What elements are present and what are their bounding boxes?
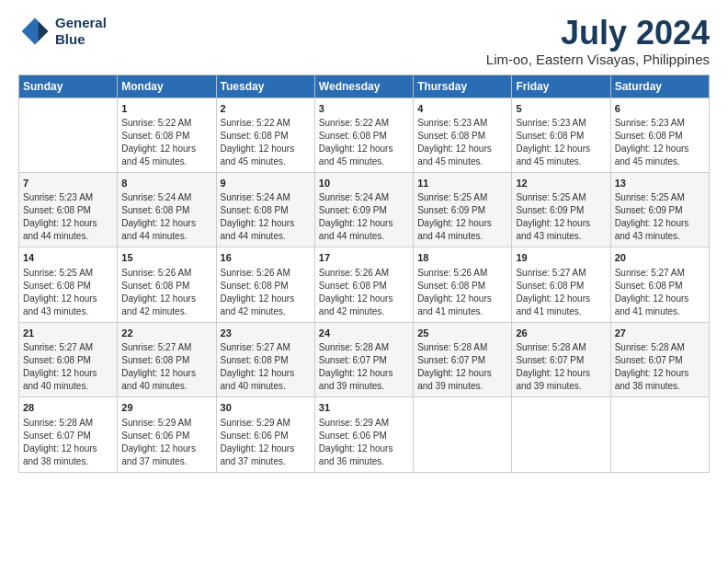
- calendar-cell: 1Sunrise: 5:22 AMSunset: 6:08 PMDaylight…: [118, 98, 216, 172]
- cell-info-line: Sunrise: 5:25 AM: [516, 191, 606, 204]
- cell-info-line: Sunset: 6:08 PM: [121, 204, 211, 217]
- week-row-4: 21Sunrise: 5:27 AMSunset: 6:08 PMDayligh…: [19, 322, 710, 396]
- calendar-cell: 30Sunrise: 5:29 AMSunset: 6:06 PMDayligh…: [216, 397, 314, 472]
- cell-info-line: and 44 minutes.: [23, 230, 113, 243]
- cell-info-line: Daylight: 12 hours: [23, 367, 113, 380]
- cell-info-line: and 45 minutes.: [121, 155, 211, 168]
- cell-info-line: Sunrise: 5:28 AM: [516, 341, 606, 354]
- cell-info-line: Daylight: 12 hours: [417, 293, 507, 305]
- cell-info-line: and 45 minutes.: [615, 155, 705, 168]
- cell-info-line: Sunset: 6:06 PM: [221, 430, 311, 442]
- cell-info-line: and 41 minutes.: [615, 305, 705, 318]
- calendar-cell: 14Sunrise: 5:25 AMSunset: 6:08 PMDayligh…: [19, 247, 118, 322]
- calendar-cell: 10Sunrise: 5:24 AMSunset: 6:09 PMDayligh…: [314, 172, 413, 247]
- calendar-cell: 6Sunrise: 5:23 AMSunset: 6:08 PMDaylight…: [610, 98, 709, 172]
- cell-info-line: Sunset: 6:08 PM: [23, 204, 113, 217]
- day-number: 28: [23, 401, 113, 415]
- day-number: 18: [417, 251, 507, 265]
- cell-info-line: Sunrise: 5:27 AM: [121, 341, 211, 354]
- cell-info-line: Daylight: 12 hours: [121, 293, 211, 305]
- day-number: 20: [615, 251, 705, 265]
- calendar-cell: 9Sunrise: 5:24 AMSunset: 6:08 PMDaylight…: [216, 172, 314, 247]
- cell-info-line: Daylight: 12 hours: [121, 442, 211, 455]
- cell-info-line: Sunset: 6:08 PM: [121, 280, 211, 293]
- calendar-table: Sunday Monday Tuesday Wednesday Thursday…: [18, 75, 710, 473]
- cell-info-line: Daylight: 12 hours: [516, 293, 606, 305]
- calendar-cell: 3Sunrise: 5:22 AMSunset: 6:08 PMDaylight…: [314, 98, 413, 172]
- col-sunday: Sunday: [19, 75, 118, 98]
- calendar-cell: 18Sunrise: 5:26 AMSunset: 6:08 PMDayligh…: [414, 247, 512, 322]
- svg-marker-1: [39, 21, 49, 41]
- cell-info-line: and 42 minutes.: [121, 305, 211, 318]
- cell-info-line: Sunrise: 5:29 AM: [221, 417, 311, 430]
- cell-info-line: Daylight: 12 hours: [319, 442, 409, 455]
- cell-info-line: Sunset: 6:08 PM: [221, 130, 311, 143]
- cell-info-line: and 45 minutes.: [319, 155, 409, 168]
- cell-info-line: Sunset: 6:07 PM: [319, 354, 409, 367]
- cell-info-line: and 44 minutes.: [121, 230, 211, 243]
- cell-info-line: Daylight: 12 hours: [615, 293, 705, 305]
- cell-info-line: Daylight: 12 hours: [23, 442, 113, 455]
- calendar-cell: 27Sunrise: 5:28 AMSunset: 6:07 PMDayligh…: [610, 322, 709, 396]
- day-number: 24: [319, 327, 409, 340]
- cell-info-line: Sunrise: 5:29 AM: [319, 417, 409, 430]
- cell-info-line: Sunset: 6:08 PM: [121, 130, 211, 143]
- cell-info-line: Sunset: 6:09 PM: [319, 204, 409, 217]
- cell-info-line: Sunset: 6:08 PM: [615, 130, 705, 143]
- day-number: 5: [516, 102, 606, 116]
- cell-info-line: Sunset: 6:07 PM: [417, 354, 507, 367]
- day-number: 4: [417, 102, 507, 116]
- calendar-cell: 11Sunrise: 5:25 AMSunset: 6:09 PMDayligh…: [414, 172, 512, 247]
- col-saturday: Saturday: [610, 75, 709, 98]
- cell-info-line: Sunrise: 5:29 AM: [121, 417, 211, 430]
- calendar-cell: 4Sunrise: 5:23 AMSunset: 6:08 PMDaylight…: [414, 98, 512, 172]
- calendar-cell: 16Sunrise: 5:26 AMSunset: 6:08 PMDayligh…: [216, 247, 314, 322]
- col-friday: Friday: [512, 75, 610, 98]
- cell-info-line: Sunset: 6:09 PM: [615, 204, 705, 217]
- cell-info-line: Sunset: 6:08 PM: [23, 354, 113, 367]
- cell-info-line: Sunrise: 5:28 AM: [319, 341, 409, 354]
- week-row-2: 7Sunrise: 5:23 AMSunset: 6:08 PMDaylight…: [19, 172, 710, 247]
- cell-info-line: and 39 minutes.: [319, 380, 409, 393]
- calendar-cell: 13Sunrise: 5:25 AMSunset: 6:09 PMDayligh…: [610, 172, 709, 247]
- cell-info-line: and 36 minutes.: [319, 455, 409, 468]
- day-number: 12: [516, 177, 606, 190]
- col-wednesday: Wednesday: [314, 75, 413, 98]
- cell-info-line: Sunset: 6:08 PM: [615, 280, 705, 293]
- logo-text: General Blue: [55, 15, 107, 48]
- calendar-cell: 8Sunrise: 5:24 AMSunset: 6:08 PMDaylight…: [118, 172, 216, 247]
- cell-info-line: Daylight: 12 hours: [615, 367, 705, 380]
- cell-info-line: Daylight: 12 hours: [23, 293, 113, 305]
- cell-info-line: Daylight: 12 hours: [221, 442, 311, 455]
- cell-info-line: and 40 minutes.: [221, 380, 311, 393]
- calendar-cell: 15Sunrise: 5:26 AMSunset: 6:08 PMDayligh…: [118, 247, 216, 322]
- cell-info-line: Daylight: 12 hours: [121, 367, 211, 380]
- cell-info-line: Daylight: 12 hours: [417, 143, 507, 155]
- cell-info-line: Daylight: 12 hours: [615, 143, 705, 155]
- cell-info-line: Sunrise: 5:25 AM: [23, 267, 113, 280]
- calendar-cell: 29Sunrise: 5:29 AMSunset: 6:06 PMDayligh…: [118, 397, 216, 472]
- day-number: 19: [516, 251, 606, 265]
- day-number: 22: [121, 327, 211, 340]
- calendar-cell: [512, 397, 610, 472]
- cell-info-line: and 45 minutes.: [516, 155, 606, 168]
- calendar-cell: 28Sunrise: 5:28 AMSunset: 6:07 PMDayligh…: [19, 397, 118, 472]
- day-number: 13: [615, 177, 705, 190]
- cell-info-line: Sunrise: 5:27 AM: [615, 267, 705, 280]
- cell-info-line: Sunset: 6:08 PM: [516, 130, 606, 143]
- cell-info-line: Sunset: 6:08 PM: [319, 280, 409, 293]
- cell-info-line: Sunset: 6:08 PM: [417, 280, 507, 293]
- cell-info-line: Sunrise: 5:28 AM: [615, 341, 705, 354]
- week-row-5: 28Sunrise: 5:28 AMSunset: 6:07 PMDayligh…: [19, 397, 710, 472]
- cell-info-line: Sunset: 6:08 PM: [319, 130, 409, 143]
- day-number: 23: [221, 327, 311, 340]
- cell-info-line: Sunset: 6:07 PM: [516, 354, 606, 367]
- cell-info-line: Sunset: 6:08 PM: [417, 130, 507, 143]
- day-number: 31: [319, 401, 409, 415]
- cell-info-line: and 39 minutes.: [417, 380, 507, 393]
- cell-info-line: Daylight: 12 hours: [417, 367, 507, 380]
- day-number: 3: [319, 102, 409, 116]
- cell-info-line: and 42 minutes.: [319, 305, 409, 318]
- cell-info-line: Daylight: 12 hours: [23, 217, 113, 230]
- col-monday: Monday: [118, 75, 216, 98]
